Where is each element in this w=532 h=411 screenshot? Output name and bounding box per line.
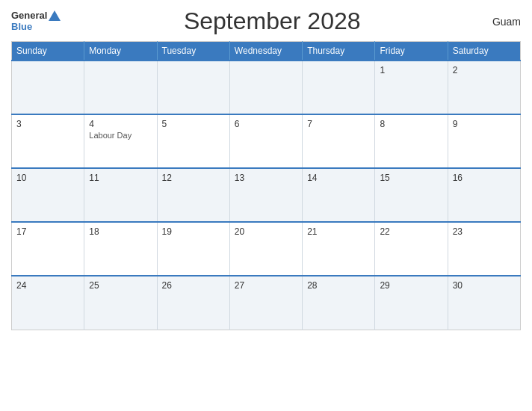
header-friday: Friday: [375, 42, 448, 61]
day-cell: 1: [375, 61, 448, 114]
day-number: 1: [380, 65, 442, 75]
region-label: Guam: [483, 16, 521, 28]
day-cell: 4Labour Day: [84, 114, 157, 168]
day-number: 9: [453, 119, 516, 129]
day-cell: 24: [12, 276, 84, 330]
day-cell: [12, 61, 84, 114]
day-cell: 12: [157, 168, 229, 222]
day-cell: 25: [84, 276, 157, 330]
day-number: 22: [380, 226, 442, 237]
day-cell: 2: [448, 61, 520, 114]
day-cell: 3: [12, 114, 84, 168]
week-row-5: 24252627282930: [12, 276, 521, 330]
day-number: 14: [307, 173, 370, 183]
day-cell: 6: [229, 114, 302, 168]
logo-triangle-icon: [49, 10, 61, 21]
day-number: 29: [380, 280, 442, 291]
day-cell: 16: [448, 168, 520, 222]
header-sunday: Sunday: [12, 42, 84, 61]
day-cell: 28: [303, 276, 375, 330]
day-number: 18: [89, 226, 152, 237]
day-number: 21: [307, 226, 370, 237]
day-number: 26: [162, 280, 225, 291]
header-tuesday: Tuesday: [157, 42, 229, 61]
day-cell: 30: [448, 276, 520, 330]
calendar-title: September 2028: [61, 7, 483, 35]
day-number: 4: [89, 119, 152, 129]
event-label: Labour Day: [89, 131, 152, 140]
week-row-4: 17181920212223: [12, 222, 521, 276]
day-number: 30: [453, 280, 516, 291]
header-thursday: Thursday: [303, 42, 375, 61]
day-number: 11: [89, 173, 152, 183]
logo: General Blue: [11, 10, 61, 32]
week-row-2: 34Labour Day56789: [12, 114, 521, 168]
day-cell: 11: [84, 168, 157, 222]
day-number: 20: [235, 226, 297, 237]
day-number: 27: [235, 280, 297, 291]
day-cell: 26: [157, 276, 229, 330]
header-monday: Monday: [84, 42, 157, 61]
day-number: 12: [162, 173, 225, 183]
day-number: 17: [16, 226, 79, 237]
day-number: 13: [235, 173, 297, 183]
day-number: 3: [16, 119, 79, 129]
header: General Blue September 2028 Guam: [11, 7, 521, 35]
header-wednesday: Wednesday: [229, 42, 302, 61]
day-cell: 22: [375, 222, 448, 276]
day-cell: 17: [12, 222, 84, 276]
day-cell: [84, 61, 157, 114]
day-cell: 15: [375, 168, 448, 222]
day-number: 7: [307, 119, 370, 129]
calendar-page: General Blue September 2028 Guam Sunday …: [0, 0, 532, 411]
logo-general-text: General: [11, 10, 47, 21]
day-number: 16: [453, 173, 516, 183]
day-number: 8: [380, 119, 442, 129]
day-number: 28: [307, 280, 370, 291]
day-cell: 10: [12, 168, 84, 222]
day-number: 24: [16, 280, 79, 291]
day-number: 5: [162, 119, 225, 129]
day-cell: 19: [157, 222, 229, 276]
day-number: 25: [89, 280, 152, 291]
calendar-table: Sunday Monday Tuesday Wednesday Thursday…: [11, 41, 521, 330]
day-number: 23: [453, 226, 516, 237]
day-cell: 20: [229, 222, 302, 276]
week-row-1: 12: [12, 61, 521, 114]
day-cell: 27: [229, 276, 302, 330]
day-cell: 7: [303, 114, 375, 168]
day-cell: 13: [229, 168, 302, 222]
day-cell: 18: [84, 222, 157, 276]
day-cell: [229, 61, 302, 114]
weekday-header-row: Sunday Monday Tuesday Wednesday Thursday…: [12, 42, 521, 61]
day-number: 6: [235, 119, 297, 129]
day-cell: 8: [375, 114, 448, 168]
day-number: 10: [16, 173, 79, 183]
day-cell: 23: [448, 222, 520, 276]
day-cell: 29: [375, 276, 448, 330]
header-saturday: Saturday: [448, 42, 520, 61]
day-cell: 5: [157, 114, 229, 168]
day-number: 15: [380, 173, 442, 183]
day-number: 2: [453, 65, 516, 75]
day-cell: [303, 61, 375, 114]
day-cell: 9: [448, 114, 520, 168]
week-row-3: 10111213141516: [12, 168, 521, 222]
day-cell: 21: [303, 222, 375, 276]
day-cell: 14: [303, 168, 375, 222]
day-number: 19: [162, 226, 225, 237]
day-cell: [157, 61, 229, 114]
logo-blue-text: Blue: [11, 22, 32, 32]
